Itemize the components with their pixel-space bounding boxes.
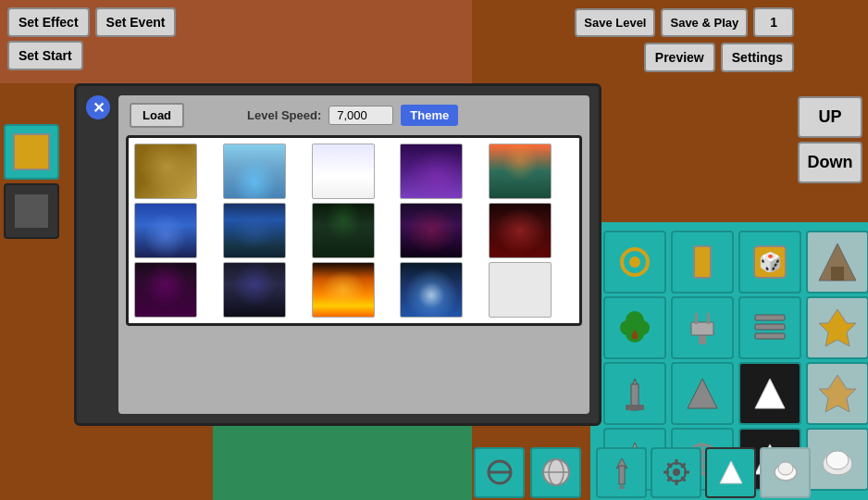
load-button[interactable]: Load [130, 103, 184, 128]
toolbar-right-row-1: Save Level Save & Play 1 [575, 7, 794, 37]
panel-item-1-inner [13, 133, 50, 170]
toolbar-row-2: Set Start [7, 41, 176, 70]
left-panel [0, 120, 69, 243]
svg-point-11 [635, 320, 650, 335]
svg-marker-55 [720, 461, 742, 483]
save-level-button[interactable]: Save Level [575, 8, 655, 37]
svg-rect-6 [831, 267, 844, 281]
thumbnail-10[interactable] [489, 203, 552, 258]
svg-point-57 [778, 462, 793, 475]
svg-rect-2 [694, 246, 711, 278]
thumbnail-14[interactable] [400, 262, 463, 318]
svg-marker-24 [755, 379, 785, 408]
wrench-icon-button[interactable] [474, 447, 525, 498]
panel-item-2[interactable] [4, 183, 59, 239]
svg-rect-13 [691, 322, 713, 335]
grid-cell-2[interactable] [671, 231, 734, 294]
svg-marker-19 [819, 309, 856, 346]
toolbar-row-1: Set Effect Set Event [7, 7, 176, 37]
triangle-black-icon-button[interactable] [705, 447, 756, 498]
grid-cell-6[interactable] [671, 296, 734, 359]
grid-cell-1[interactable] [603, 231, 666, 294]
svg-text:🎲: 🎲 [759, 251, 782, 273]
svg-rect-14 [695, 313, 698, 324]
thumbnail-11[interactable] [134, 262, 197, 318]
grid-cell-4[interactable] [806, 231, 868, 294]
level-speed-input[interactable] [329, 106, 393, 125]
thumbnail-2[interactable] [223, 144, 286, 199]
thumbnail-3[interactable] [312, 144, 375, 199]
settings-button[interactable]: Settings [721, 43, 794, 72]
toolbar: Set Effect Set Event Set Start Save Leve… [0, 0, 868, 83]
svg-point-10 [620, 320, 635, 335]
theme-button[interactable]: Theme [401, 105, 458, 126]
save-play-button[interactable]: Save & Play [661, 8, 748, 37]
svg-rect-43 [619, 466, 625, 484]
tower-icon-button[interactable] [596, 447, 647, 498]
sheep-icon-button[interactable] [760, 447, 811, 498]
svg-marker-25 [819, 375, 856, 412]
toolbar-right-group: Save Level Save & Play 1 Preview Setting… [575, 7, 794, 72]
svg-rect-15 [707, 313, 710, 324]
svg-marker-23 [688, 379, 717, 408]
modal-top-bar: Load Level Speed: Theme [126, 103, 582, 128]
thumbnail-empty-1 [489, 262, 552, 318]
modal-overlay: ✕ Load Level Speed: Theme [74, 83, 601, 426]
thumbnail-1[interactable] [134, 144, 197, 199]
svg-rect-17 [755, 324, 785, 330]
modal-close-button[interactable]: ✕ [84, 94, 112, 121]
svg-marker-44 [618, 484, 626, 489]
panel-item-1[interactable] [4, 124, 59, 180]
level-number: 1 [753, 7, 794, 37]
bottom-right-icons [592, 444, 851, 500]
gear-icon-button[interactable] [651, 447, 701, 498]
bottom-toolbar [453, 444, 601, 500]
down-button[interactable]: Down [798, 142, 862, 183]
set-event-button[interactable]: Set Event [95, 7, 177, 37]
thumbnail-grid [134, 144, 574, 318]
svg-rect-22 [626, 405, 644, 410]
thumbnail-6[interactable] [134, 203, 197, 258]
thumbnail-13[interactable] [312, 262, 375, 318]
level-speed-label: Level Speed: [247, 108, 321, 122]
svg-point-1 [629, 256, 640, 268]
grid-cell-9[interactable] [603, 362, 666, 425]
svg-rect-16 [755, 315, 785, 320]
grid-cell-5[interactable] [603, 296, 666, 359]
thumbnail-grid-wrapper [126, 135, 582, 326]
thumbnail-9[interactable] [400, 203, 463, 258]
svg-point-46 [673, 469, 680, 476]
grid-cell-3[interactable]: 🎲 [738, 231, 801, 294]
grid-cell-7[interactable] [738, 296, 801, 359]
grid-cell-11[interactable] [738, 362, 801, 425]
sphere-icon-button[interactable] [530, 447, 581, 498]
thumbnail-7[interactable] [223, 203, 286, 258]
thumbnail-4[interactable] [400, 144, 463, 199]
thumbnail-12[interactable] [223, 262, 286, 318]
svg-rect-18 [755, 333, 785, 339]
grid-cell-12[interactable] [806, 362, 868, 425]
thumbnail-5[interactable] [489, 144, 552, 199]
set-effect-button[interactable]: Set Effect [7, 7, 90, 37]
side-buttons: UP Down [794, 93, 868, 187]
set-start-button[interactable]: Set Start [7, 41, 83, 70]
modal-content: Load Level Speed: Theme [118, 95, 589, 414]
close-icon: ✕ [93, 99, 105, 117]
thumbnail-8[interactable] [312, 203, 375, 258]
up-button[interactable]: UP [798, 96, 862, 138]
toolbar-right-row-2: Preview Settings [644, 43, 794, 72]
grid-cell-8[interactable] [806, 296, 868, 359]
toolbar-left-group: Set Effect Set Event Set Start [7, 7, 176, 70]
panel-item-2-inner [13, 193, 50, 230]
grid-cell-10[interactable] [671, 362, 734, 425]
preview-button[interactable]: Preview [644, 43, 715, 72]
